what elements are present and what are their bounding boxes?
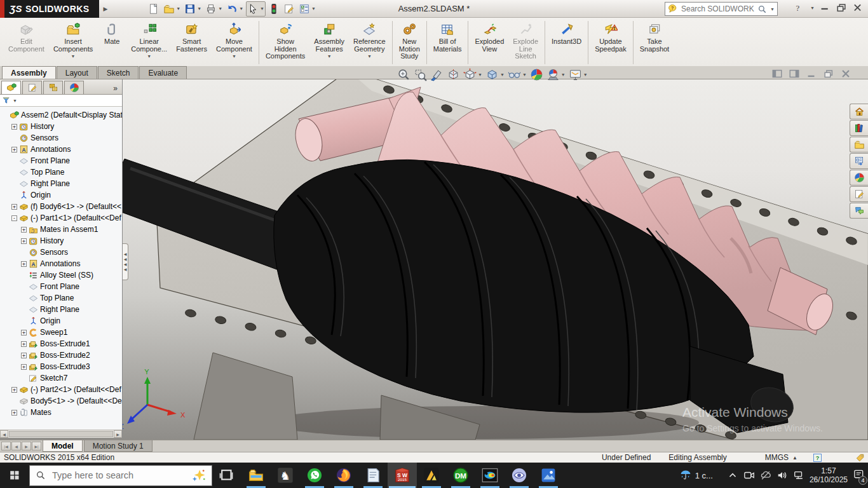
viewer-app-taskbar-button[interactable] (505, 463, 534, 488)
volume-tray-button[interactable] (776, 470, 788, 481)
edit-appearance-button[interactable] (529, 67, 544, 82)
pane-left-icon[interactable] (771, 68, 783, 79)
close-icon[interactable] (852, 1, 863, 14)
restore-icon[interactable] (836, 1, 847, 14)
assembly-features-dropdown-caret[interactable]: ▼ (327, 54, 332, 58)
save-document-dropdown-caret[interactable]: ▼ (197, 6, 201, 11)
options-dropdown-caret[interactable]: ▼ (311, 6, 316, 11)
help-search-box[interactable]: ? ▼ (665, 2, 778, 16)
task-view-taskbar-button[interactable] (212, 463, 241, 488)
bill-of-materials-button[interactable]: Bill of Materials (429, 19, 466, 66)
pane-right-icon[interactable] (789, 68, 800, 79)
network-tray-button[interactable] (793, 470, 804, 481)
tree-item-part1-1-default-def[interactable]: -(-) Part1<1> (Default<<Def (0, 212, 122, 224)
tab-layout[interactable]: Layout (57, 66, 97, 79)
minimize-icon[interactable] (820, 1, 831, 14)
tree-item-top-plane[interactable]: Top Plane (0, 166, 122, 178)
tab-assembly[interactable]: Assembly (2, 66, 56, 79)
file-properties-button[interactable] (282, 1, 296, 17)
scroll-thumb[interactable] (9, 431, 113, 437)
tree-item-front-plane[interactable]: Front Plane (0, 281, 122, 292)
insert-components-button[interactable]: Insert Components▼ (49, 19, 97, 66)
clock-widget[interactable]: 1:57 26/10/2025 (810, 466, 848, 484)
doc-restore-icon[interactable] (823, 68, 834, 79)
print-document-button[interactable]: ▼ (204, 1, 224, 17)
tree-horizontal-scrollbar[interactable]: ◀ ▶ (0, 430, 122, 438)
graphics-area[interactable]: Y X Z Activate Windows Go to Settings to… (0, 79, 868, 440)
take-snapshot-button[interactable]: Take Snapshot (635, 19, 674, 66)
start-button[interactable] (0, 463, 29, 488)
status-units[interactable]: MMGS (765, 453, 789, 462)
section-view-button[interactable] (446, 67, 461, 82)
tab-nav-last[interactable]: ▶| (32, 442, 41, 451)
tab-motion-study-1[interactable]: Motion Study 1 (84, 440, 153, 452)
assembly-features-button[interactable]: Assembly Features▼ (309, 19, 349, 66)
view-orientation-button[interactable]: ▼ (463, 67, 483, 82)
taskbar-search-input[interactable] (51, 470, 187, 481)
tree-expander[interactable]: + (11, 204, 17, 210)
tree-item-origin[interactable]: Origin (0, 189, 122, 201)
tree-expander[interactable]: + (21, 353, 27, 358)
hide-show-items-dropdown-caret[interactable]: ▼ (522, 72, 527, 77)
tree-expander[interactable]: + (11, 387, 17, 393)
new-motion-study-button[interactable]: New Motion Study (395, 19, 424, 66)
scroll-left-arrow[interactable]: ◀ (0, 430, 8, 438)
panel-tab-configuration-manager[interactable] (43, 81, 63, 94)
tree-expander[interactable]: + (21, 227, 27, 233)
tree-item-part2-1-default-def[interactable]: +(-) Part2<1> (Default<<Def (0, 384, 122, 395)
tab-sketch[interactable]: Sketch (98, 66, 139, 79)
panel-tabs-overflow[interactable]: » (113, 84, 121, 94)
view-orientation-dropdown-caret[interactable]: ▼ (478, 72, 482, 77)
tab-model[interactable]: Model (43, 440, 83, 452)
ansys-taskbar-button[interactable] (417, 463, 446, 488)
options-button[interactable]: ▼ (297, 1, 317, 17)
meet-now-tray-button[interactable] (743, 470, 755, 481)
tree-item-assem2-default-display-state[interactable]: Assem2 (Default<Display State (0, 109, 122, 121)
rebuild-button[interactable] (267, 1, 281, 17)
apply-scene-dropdown-caret[interactable]: ▼ (561, 72, 566, 77)
view-settings-dropdown-caret[interactable]: ▼ (583, 72, 588, 77)
reference-geometry-dropdown-caret[interactable]: ▼ (367, 54, 372, 58)
display-style-button[interactable]: ▼ (485, 67, 505, 82)
tree-item-front-plane[interactable]: Front Plane (0, 155, 122, 166)
tree-item-origin[interactable]: Origin (0, 315, 122, 327)
menu-expand-arrow[interactable]: ▶ (100, 4, 110, 13)
new-document-button[interactable] (147, 1, 161, 17)
cfd-post-taskbar-button[interactable] (475, 463, 505, 488)
tree-item-annotations[interactable]: +AAnnotations (0, 258, 122, 269)
tree-item-right-plane[interactable]: Right Plane (0, 178, 122, 189)
filter-dropdown-caret[interactable]: ▼ (13, 98, 17, 103)
tree-item-sweep1[interactable]: +Sweep1 (0, 327, 122, 338)
tree-expander[interactable]: + (11, 124, 17, 130)
dm-app-taskbar-button[interactable]: DM (446, 463, 475, 488)
tree-item-sketch7[interactable]: Sketch7 (0, 372, 122, 384)
help-dropdown-caret[interactable]: ▼ (810, 6, 815, 10)
tree-item-f-body6-1-default[interactable]: +(f) Body6<1> -> (Default<< (0, 201, 122, 212)
tree-item-history[interactable]: +History (0, 235, 122, 247)
reference-geometry-button[interactable]: Reference Geometry▼ (349, 19, 390, 66)
solidworks-forum-button[interactable] (850, 203, 868, 219)
tree-item-top-plane[interactable]: Top Plane (0, 292, 122, 304)
tree-item-boss-extrude3[interactable]: +Boss-Extrude3 (0, 361, 122, 372)
solidworks-resources-button[interactable] (850, 104, 868, 119)
exploded-view-button[interactable]: Exploded View (470, 19, 508, 66)
open-document-dropdown-caret[interactable]: ▼ (176, 6, 180, 11)
print-document-dropdown-caret[interactable]: ▼ (218, 6, 222, 11)
linear-component-pattern-button[interactable]: Linear Compone...▼ (126, 19, 172, 66)
notification-center[interactable]: 4 (853, 468, 865, 483)
display-style-dropdown-caret[interactable]: ▼ (500, 72, 505, 77)
undo-dropdown-caret[interactable]: ▼ (239, 6, 243, 11)
taskbar-search-box[interactable] (29, 465, 212, 486)
whatsapp-taskbar-button[interactable] (300, 463, 329, 488)
notepad-taskbar-button[interactable] (358, 463, 388, 488)
help-icon[interactable]: ? (794, 1, 804, 14)
onedrive-status-tray-button[interactable] (760, 470, 771, 481)
tree-expander[interactable]: + (21, 341, 27, 347)
tab-evaluate[interactable]: Evaluate (139, 66, 187, 79)
previous-view-button[interactable] (430, 67, 444, 82)
smart-fasteners-button[interactable]: Smart Fasteners (172, 19, 212, 66)
tree-item-boss-extrude1[interactable]: +Boss-Extrude1 (0, 338, 122, 349)
tree-item-mates-in-assem1[interactable]: +Mates in Assem1 (0, 224, 122, 235)
tree-expander[interactable]: + (21, 261, 27, 267)
view-settings-button[interactable]: ▼ (568, 67, 588, 82)
